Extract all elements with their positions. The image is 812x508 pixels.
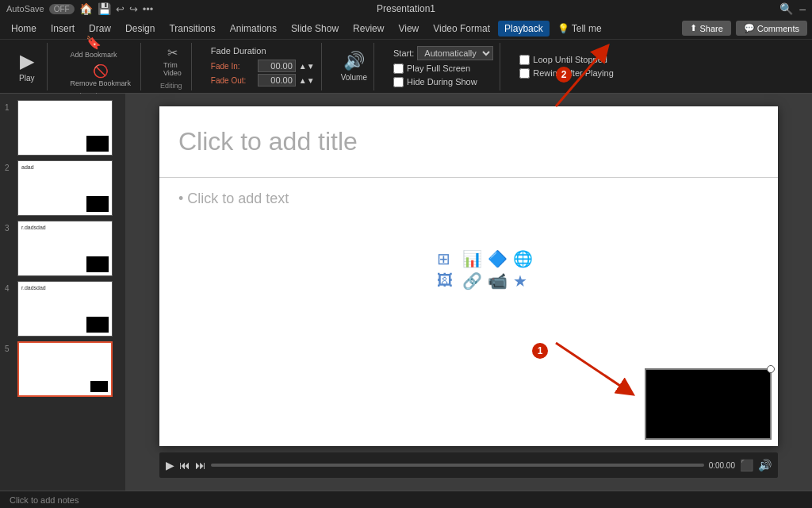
main-area: 1 2 adad 3 r.dadsdad 4 r.dadsdad: [0, 94, 812, 491]
slide-preview-4[interactable]: r.dadsdad: [17, 281, 113, 337]
lightbulb-icon: 💡: [557, 23, 569, 34]
rewind-checkbox[interactable]: [519, 68, 530, 79]
slide-canvas: Click to add title • Click to add text ⊞…: [125, 94, 812, 491]
menu-review[interactable]: Review: [347, 21, 390, 37]
insert-chart-icon[interactable]: 📊: [462, 249, 485, 268]
title-bar: AutoSave OFF 🏠 💾 ↩ ↪ ••• Presentation1 🔍…: [0, 0, 812, 17]
slide-preview-3[interactable]: r.dadsdad: [17, 221, 113, 276]
slide-preview-2[interactable]: adad: [17, 160, 113, 216]
menu-transitions[interactable]: Transitions: [163, 21, 221, 37]
redo-icon[interactable]: ↪: [129, 3, 138, 15]
ribbon-loop-group: Loop Until Stopped Rewind After Playing: [513, 43, 620, 90]
autosave-toggle[interactable]: OFF: [49, 4, 75, 14]
video-play-button[interactable]: ▶: [166, 459, 174, 471]
home-icon[interactable]: 🏠: [79, 2, 93, 15]
slide-panel: 1 2 adad 3 r.dadsdad 4 r.dadsdad: [0, 94, 125, 491]
video-resize-handle[interactable]: [767, 365, 775, 373]
play-button[interactable]: ▶ Play: [13, 47, 40, 86]
svg-line-1: [556, 343, 627, 391]
ribbon-options-group: Start: Automatically Play Full Screen Hi…: [387, 43, 500, 90]
slide-thumb-1[interactable]: 1: [5, 100, 121, 156]
menu-animations[interactable]: Animations: [224, 21, 283, 37]
menu-videoformat[interactable]: Video Format: [427, 21, 496, 37]
insert-icon-icon[interactable]: ★: [513, 271, 535, 291]
notes-bar[interactable]: Click to add notes: [0, 491, 812, 508]
insert-smartart-icon[interactable]: 🔷: [488, 249, 510, 268]
fade-out-input[interactable]: [258, 74, 296, 87]
slide-title-area[interactable]: Click to add title: [159, 106, 778, 178]
slide-num-4: 4: [5, 284, 14, 293]
add-bookmark-button[interactable]: 🔖 Add Bookmark: [67, 33, 120, 60]
tell-me[interactable]: 💡 Tell me: [551, 21, 608, 37]
undo-icon[interactable]: ↩: [116, 3, 124, 15]
slide-content-area[interactable]: • Click to add text: [159, 178, 778, 220]
trim-group-label: Editing: [160, 82, 182, 90]
video-box[interactable]: [645, 368, 772, 440]
insert-table-icon[interactable]: ⊞: [437, 249, 459, 268]
slide-thumb-2[interactable]: 2 adad: [5, 160, 121, 216]
notes-placeholder: Click to add notes: [10, 495, 79, 505]
slide-thumb-4[interactable]: 4 r.dadsdad: [5, 281, 121, 337]
hide-during-show-checkbox[interactable]: [393, 77, 404, 87]
menu-design[interactable]: Design: [119, 21, 161, 37]
menu-playback[interactable]: Playback: [498, 21, 550, 37]
fade-in-spinner[interactable]: ▲▼: [299, 62, 315, 71]
insert-3d-icon[interactable]: 🌐: [513, 249, 535, 268]
insert-picture-icon[interactable]: 🖼: [437, 271, 459, 291]
add-bookmark-icon: 🔖: [86, 35, 102, 50]
slide-num-2: 2: [5, 164, 14, 172]
slide-thumb-5[interactable]: 5: [5, 341, 121, 397]
menu-home[interactable]: Home: [5, 21, 43, 37]
menu-slideshow[interactable]: Slide Show: [285, 21, 345, 37]
video-caption-icon[interactable]: ⬛: [740, 459, 753, 471]
insert-icons-grid: ⊞ 📊 🔷 🌐 🖼 🔗 📹 ★: [437, 249, 535, 291]
more-icon[interactable]: •••: [143, 3, 154, 15]
video-next-button[interactable]: ⏭: [195, 459, 206, 471]
slide-thumb-3[interactable]: 3 r.dadsdad: [5, 221, 121, 276]
slide-2-label: adad: [21, 164, 34, 170]
remove-bookmark-button[interactable]: 🚫 Remove Bookmark: [67, 62, 134, 89]
insert-video-icon[interactable]: 📹: [488, 271, 510, 291]
video-prev-button[interactable]: ⏮: [179, 459, 190, 471]
insert-online-icon[interactable]: 🔗: [462, 271, 485, 291]
comments-button[interactable]: 💬 Comments: [736, 21, 807, 36]
thumb-video-1: [86, 136, 109, 152]
ribbon-play-group: ▶ Play: [6, 43, 48, 90]
fade-out-spinner[interactable]: ▲▼: [299, 76, 315, 85]
fade-in-label: Fade In:: [211, 62, 255, 71]
search-icon[interactable]: 🔍: [779, 2, 793, 15]
fade-out-label: Fade Out:: [211, 76, 255, 85]
ribbon: ▶ Play 🔖 Add Bookmark 🚫 Remove Bookmark …: [0, 40, 812, 94]
slide-num-3: 3: [5, 224, 14, 233]
video-volume-icon[interactable]: 🔊: [758, 459, 772, 471]
fade-title: Fade Duration: [211, 46, 266, 56]
titlebar-left: AutoSave OFF 🏠 💾 ↩ ↪ •••: [6, 2, 153, 15]
start-label: Start:: [393, 48, 414, 58]
trim-video-button[interactable]: ✂ TrimVideo: [160, 44, 185, 79]
play-full-screen-checkbox[interactable]: [393, 64, 404, 74]
menu-view[interactable]: View: [392, 21, 425, 37]
remove-bookmark-icon: 🚫: [93, 64, 109, 79]
trim-icon: ✂: [167, 45, 178, 60]
autosave-label: AutoSave: [6, 4, 44, 13]
minimize-icon[interactable]: –: [799, 2, 806, 15]
ribbon-bookmark-group: 🔖 Add Bookmark 🚫 Remove Bookmark Bookmar…: [60, 43, 141, 90]
volume-icon[interactable]: 🔊: [343, 51, 365, 71]
thumb-video-4: [86, 317, 109, 333]
slide-preview-1[interactable]: [17, 100, 113, 156]
slide-main[interactable]: Click to add title • Click to add text ⊞…: [159, 106, 778, 446]
video-timeline[interactable]: [211, 464, 704, 467]
slide-3-label: r.dadsdad: [21, 225, 46, 230]
thumb-video-5: [90, 381, 108, 392]
thumb-video-3: [86, 256, 109, 272]
titlebar-right: 🔍 –: [779, 2, 806, 15]
slide-preview-5[interactable]: [17, 341, 113, 397]
fade-in-input[interactable]: [258, 60, 296, 72]
loop-checkbox[interactable]: [519, 55, 530, 65]
loop-label: Loop Until Stopped: [533, 55, 607, 64]
badge-1: 1: [532, 343, 548, 359]
slide-text-placeholder: • Click to add text: [178, 190, 289, 206]
save-icon[interactable]: 💾: [98, 2, 111, 15]
share-button[interactable]: ⬆ Share: [682, 21, 730, 36]
start-select[interactable]: Automatically: [417, 46, 493, 60]
